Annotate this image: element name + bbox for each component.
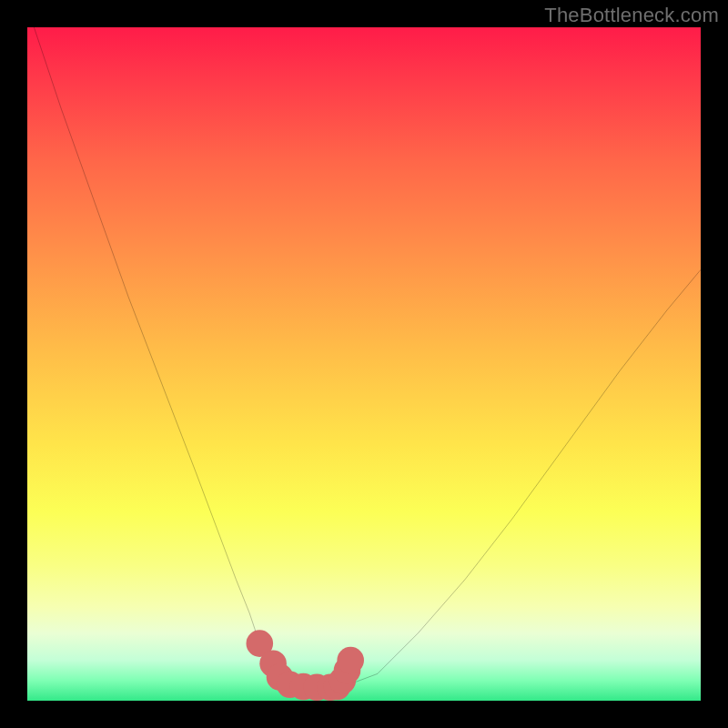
marker-dot: [337, 647, 364, 674]
curve-line: [34, 27, 701, 687]
chart-svg: [27, 27, 701, 701]
bottom-markers: [247, 630, 365, 701]
watermark-text: TheBottleneck.com: [544, 4, 719, 27]
plot-area: [27, 27, 701, 701]
chart-frame: TheBottleneck.com: [0, 0, 728, 728]
